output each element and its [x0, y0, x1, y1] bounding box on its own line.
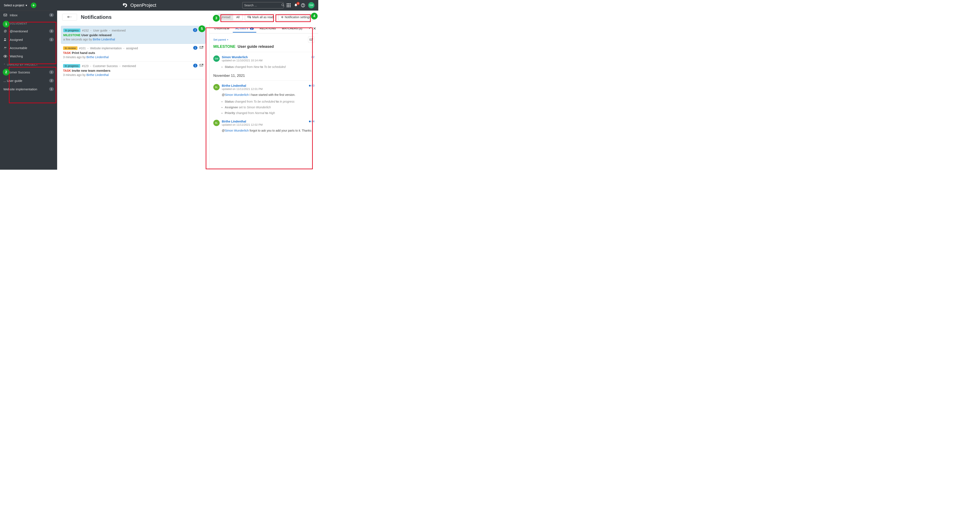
svg-point-24 — [202, 64, 204, 65]
search-input[interactable] — [244, 3, 281, 7]
search-icon[interactable] — [281, 3, 285, 7]
activity-count-badge: 2 — [250, 27, 254, 30]
close-icon[interactable]: ✕ — [313, 26, 316, 31]
envelope-check-icon — [248, 16, 251, 19]
svg-rect-2 — [287, 3, 288, 4]
detail-wp-type: MILESTONE — [213, 45, 235, 49]
sidebar-accountable[interactable]: Accountable — [0, 44, 57, 52]
sidebar-watching[interactable]: Watching — [0, 52, 57, 60]
project-name: User guide — [93, 29, 108, 32]
svg-point-16 — [5, 47, 6, 48]
author-link[interactable]: Birthe Lindenthal — [93, 38, 115, 41]
svg-rect-6 — [288, 5, 289, 6]
help-icon[interactable] — [301, 3, 305, 7]
filter-all-button[interactable]: All — [233, 14, 242, 20]
avatar: SW — [213, 56, 220, 62]
unread-count-badge: 1 — [193, 64, 197, 67]
bell-badge: 4 — [296, 2, 300, 5]
tab-overview[interactable]: OVERVIEW — [212, 24, 232, 33]
reason: assigned — [126, 46, 138, 50]
tab-watchers[interactable]: WATCHERS (2) — [279, 24, 305, 33]
set-parent-button[interactable]: Set parent + — [213, 38, 229, 41]
back-button[interactable] — [62, 14, 77, 21]
activity-time: updated on 11/10/2021 10:14 AM — [222, 59, 262, 62]
notification-item[interactable]: In progress #123 - Customer Success - me… — [61, 62, 205, 79]
tab-relations[interactable]: RELATIONS — [257, 24, 278, 33]
sidebar-project-user-guide[interactable]: ... User guide 2 — [0, 76, 57, 85]
activity-number[interactable]: #4 — [309, 120, 315, 123]
svg-line-1 — [283, 5, 284, 6]
sidebar-inbox[interactable]: Inbox 4 — [0, 11, 57, 19]
activity-time: updated on 11/11/2021 12:02 PM — [222, 123, 262, 126]
chevron-down-icon: ▾ — [25, 3, 27, 7]
sidebar-section-unread[interactable]: ⌃ UNREAD BY PROJECT — [0, 60, 57, 68]
wp-title: Invite new team members — [72, 69, 110, 72]
inbox-label: Inbox — [10, 13, 46, 17]
filter-unread-button[interactable]: Unread — [218, 14, 234, 20]
activity-number[interactable]: #2 — [312, 56, 315, 59]
plus-icon: + — [227, 38, 229, 41]
activity-number[interactable]: #3 — [309, 84, 315, 87]
account-icon — [3, 46, 7, 50]
callout-5: 5 — [199, 25, 205, 32]
wp-type: MILESTONE — [63, 33, 80, 37]
detail-tabs: OVERVIEW ACTIVITY 2 RELATIONS WATCHERS (… — [210, 24, 318, 33]
detail-body: Set parent + MILESTONE User guide releas… — [210, 33, 318, 170]
watch-button[interactable] — [308, 37, 315, 43]
divider — [213, 52, 315, 52]
topbar: Select a project ▾ + OpenProject 4 — [0, 0, 318, 11]
activity-time: updated on 11/11/2021 12:01 PM — [222, 87, 262, 91]
select-project-dropdown[interactable]: Select a project ▾ — [4, 3, 27, 7]
activity-user[interactable]: Birthe Lindenthal — [222, 120, 262, 123]
tab-activity[interactable]: ACTIVITY 2 — [233, 24, 256, 33]
activity-entry: BL Birthe Lindenthal updated on 11/11/20… — [213, 120, 315, 133]
unread-dot-icon — [309, 121, 311, 122]
notification-item[interactable]: In review #101 - Website implementation … — [61, 44, 205, 62]
svg-point-22 — [202, 46, 204, 47]
svg-point-26 — [312, 38, 313, 39]
notification-settings-button[interactable]: ✲ Notification settings — [278, 14, 313, 21]
topbar-right: 4 SW — [242, 2, 315, 8]
mention-link[interactable]: Simon Wunderlich — [225, 93, 249, 97]
activity-user[interactable]: Simon Wunderlich — [222, 56, 262, 59]
user-avatar[interactable]: SW — [308, 2, 315, 8]
callout-4: 4 — [311, 13, 318, 19]
activity-entry: BL Birthe Lindenthal updated on 11/11/20… — [213, 84, 315, 116]
mention-link[interactable]: Simon Wunderlich — [225, 129, 249, 132]
callout-2: 2 — [3, 69, 10, 76]
author-link[interactable]: Birthe Lindenthal — [87, 56, 109, 59]
expand-icon[interactable]: ⤢ — [309, 26, 311, 31]
project-name: Customer Success — [93, 64, 118, 68]
unread-count-badge: 1 — [193, 46, 197, 50]
wp-title: User guide released — [81, 33, 112, 37]
activity-user[interactable]: Birthe Lindenthal — [222, 84, 262, 87]
sidebar-assigned[interactable]: Assigned 1 — [0, 35, 57, 44]
author-link[interactable]: Birthe Lindenthal — [87, 73, 109, 76]
svg-rect-9 — [288, 6, 289, 7]
svg-rect-4 — [290, 3, 291, 4]
inbox-icon — [3, 14, 7, 16]
mark-read-icon[interactable] — [200, 46, 204, 49]
svg-point-12 — [303, 6, 303, 6]
chevron-up-icon: ⌃ — [3, 63, 6, 66]
mark-all-read-button[interactable]: Mark all as read — [245, 14, 276, 21]
select-project-label: Select a project — [4, 3, 24, 7]
callout-1: 1 — [3, 21, 10, 27]
inbox-count: 4 — [49, 13, 54, 17]
mark-read-icon[interactable] — [200, 64, 204, 67]
search-box[interactable] — [242, 2, 283, 8]
status-chip: In progress — [63, 64, 80, 68]
brand: OpenProject — [123, 2, 156, 8]
add-button[interactable]: + — [31, 3, 37, 8]
toolbar: Notifications Unread All Mark all as rea… — [57, 11, 318, 24]
svg-point-15 — [4, 47, 5, 48]
sidebar-project-website-impl[interactable]: Website implementation 1 — [0, 85, 57, 93]
toolbar-right: Unread All Mark all as read ✲ Notificati… — [218, 14, 313, 21]
sidebar-mentioned[interactable]: @ @mentioned 3 — [0, 27, 57, 35]
bell-icon[interactable]: 4 — [294, 3, 298, 7]
notification-item[interactable]: In progress #152 - User guide - mentione… — [61, 26, 205, 44]
svg-rect-7 — [290, 5, 291, 6]
apps-grid-icon[interactable] — [286, 3, 291, 7]
callout-3: 3 — [213, 15, 220, 22]
wp-title: Print hand outs — [72, 51, 95, 55]
